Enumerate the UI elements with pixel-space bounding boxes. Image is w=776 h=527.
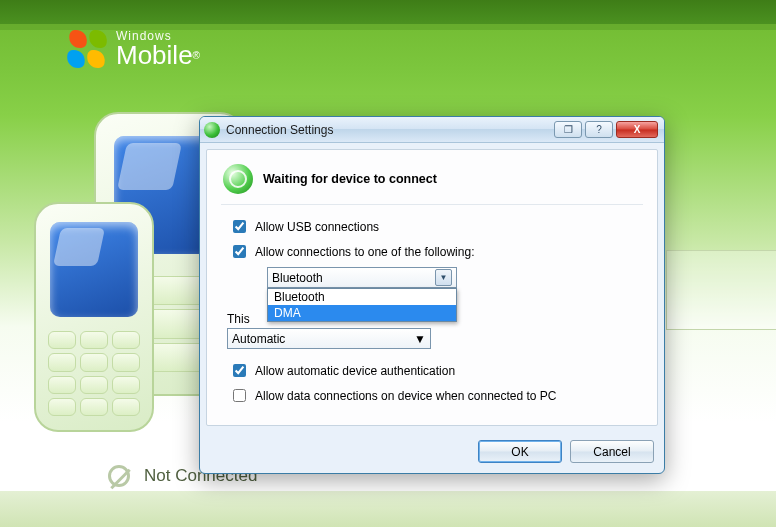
sync-status-icon: [223, 164, 253, 194]
brand-text: Windows Mobile®: [116, 30, 200, 68]
chevron-down-icon: ▼: [414, 332, 426, 346]
help-icon: ?: [596, 124, 602, 135]
windows-flag-icon: [66, 30, 108, 68]
cancel-button[interactable]: Cancel: [570, 440, 654, 463]
phones-illustration: [34, 112, 224, 432]
allow-one-row: Allow connections to one of the followin…: [229, 242, 643, 261]
auto-auth-label[interactable]: Allow automatic device authentication: [255, 364, 455, 378]
connection-type-combo[interactable]: Bluetooth ▼: [267, 267, 457, 288]
brand-line1: Windows: [116, 30, 200, 42]
allow-one-label[interactable]: Allow connections to one of the followin…: [255, 245, 474, 259]
allow-usb-row: Allow USB connections: [229, 217, 643, 236]
dialog-titlebar[interactable]: Connection Settings ❐ ? X: [200, 117, 664, 143]
dropdown-option-dma[interactable]: DMA: [268, 305, 456, 321]
connection-type-dropdown: Bluetooth DMA: [267, 288, 457, 322]
connection-type-combo-wrap: Bluetooth ▼ Bluetooth DMA: [221, 267, 643, 288]
close-button[interactable]: X: [616, 121, 658, 138]
dialog-header-text: Waiting for device to connect: [263, 172, 437, 186]
connection-type-value: Bluetooth: [272, 271, 323, 285]
restore-icon: ❐: [564, 124, 573, 135]
auto-auth-row: Allow automatic device authentication: [229, 361, 643, 380]
close-icon: X: [634, 124, 641, 135]
help-button[interactable]: ?: [585, 121, 613, 138]
this-label: This: [227, 312, 250, 326]
brand-reg: ®: [193, 50, 200, 61]
ok-button-label: OK: [511, 445, 528, 459]
restore-button[interactable]: ❐: [554, 121, 582, 138]
this-computer-value: Automatic: [232, 332, 285, 346]
dialog-footer: OK Cancel: [200, 432, 664, 473]
data-conn-row: Allow data connections on device when co…: [229, 386, 643, 405]
chevron-down-icon: ▼: [435, 269, 452, 286]
data-conn-checkbox[interactable]: [233, 389, 246, 402]
cancel-button-label: Cancel: [593, 445, 630, 459]
brand-logo: Windows Mobile®: [68, 30, 200, 68]
bottom-stripe: [0, 491, 776, 527]
this-computer-combo[interactable]: Automatic ▼: [227, 328, 431, 349]
allow-usb-checkbox[interactable]: [233, 220, 246, 233]
auto-auth-checkbox[interactable]: [233, 364, 246, 377]
dialog-title: Connection Settings: [226, 123, 554, 137]
dialog-header: Waiting for device to connect: [221, 162, 643, 205]
allow-usb-label[interactable]: Allow USB connections: [255, 220, 379, 234]
dialog-body: Waiting for device to connect Allow USB …: [206, 149, 658, 426]
top-stripe: [0, 0, 776, 24]
brand-line2: Mobile: [116, 40, 193, 70]
not-connected-icon: [108, 465, 130, 487]
dialog-app-icon: [204, 122, 220, 138]
dropdown-option-bluetooth[interactable]: Bluetooth: [268, 289, 456, 305]
phone-device-icon: [34, 202, 154, 432]
data-conn-label[interactable]: Allow data connections on device when co…: [255, 389, 557, 403]
connection-settings-dialog: Connection Settings ❐ ? X Waiting for de…: [199, 116, 665, 474]
ok-button[interactable]: OK: [478, 440, 562, 463]
side-panel: [666, 250, 776, 330]
allow-one-checkbox[interactable]: [233, 245, 246, 258]
